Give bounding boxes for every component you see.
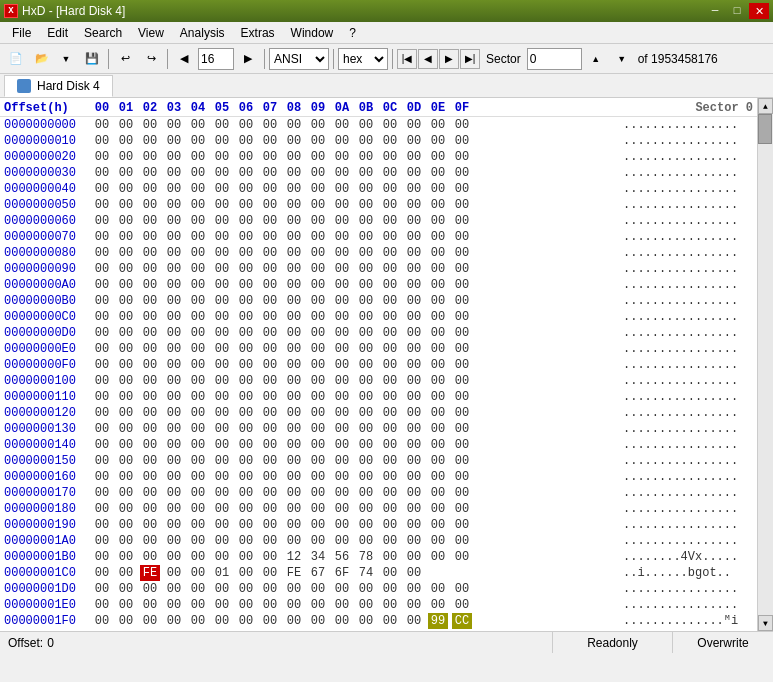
- hex-cell[interactable]: 00: [212, 501, 232, 517]
- hex-cell[interactable]: 00: [452, 117, 472, 133]
- table-row[interactable]: 0000000150000000000000000000000000000000…: [0, 453, 757, 469]
- hex-cell[interactable]: 00: [332, 325, 352, 341]
- hex-cell[interactable]: 00: [332, 357, 352, 373]
- hex-cell[interactable]: 00: [260, 213, 280, 229]
- hex-cell[interactable]: 00: [308, 421, 328, 437]
- hex-cell[interactable]: 00: [116, 133, 136, 149]
- hex-cell[interactable]: 00: [260, 357, 280, 373]
- hex-cell[interactable]: 00: [188, 581, 208, 597]
- hex-cell[interactable]: 00: [380, 549, 400, 565]
- hex-cell[interactable]: 00: [428, 213, 448, 229]
- hex-cell[interactable]: 00: [212, 197, 232, 213]
- hex-cell[interactable]: 00: [236, 197, 256, 213]
- table-row[interactable]: 0000000020000000000000000000000000000000…: [0, 149, 757, 165]
- table-row[interactable]: 00000000D0000000000000000000000000000000…: [0, 325, 757, 341]
- hex-cell[interactable]: 00: [404, 181, 424, 197]
- table-row[interactable]: 00000001C00000FE0000010000FE676F740000..…: [0, 565, 757, 581]
- hex-cell[interactable]: 00: [332, 533, 352, 549]
- hex-cell[interactable]: 00: [308, 469, 328, 485]
- hex-cell[interactable]: 00: [164, 293, 184, 309]
- nav-prev-button[interactable]: ◀: [418, 49, 438, 69]
- hex-cell[interactable]: 00: [332, 501, 352, 517]
- hex-cell[interactable]: 00: [260, 453, 280, 469]
- hex-cell[interactable]: 00: [260, 485, 280, 501]
- hex-cell[interactable]: 00: [308, 261, 328, 277]
- hex-cell[interactable]: 00: [380, 437, 400, 453]
- hex-cell[interactable]: 00: [188, 485, 208, 501]
- hex-cell[interactable]: 00: [212, 357, 232, 373]
- hex-cell[interactable]: 00: [140, 549, 160, 565]
- hex-cell[interactable]: 00: [188, 613, 208, 629]
- hex-cell[interactable]: 00: [188, 597, 208, 613]
- hex-cell[interactable]: 00: [212, 533, 232, 549]
- hex-cell[interactable]: 00: [164, 245, 184, 261]
- hex-cell[interactable]: 00: [332, 453, 352, 469]
- hex-cell[interactable]: 00: [452, 213, 472, 229]
- hex-cell[interactable]: 00: [188, 133, 208, 149]
- hex-cell[interactable]: 00: [380, 309, 400, 325]
- hex-cell[interactable]: 00: [260, 437, 280, 453]
- menu-edit[interactable]: Edit: [39, 24, 76, 42]
- hex-cell[interactable]: 00: [212, 293, 232, 309]
- hex-cell[interactable]: 00: [140, 293, 160, 309]
- hex-cell[interactable]: 00: [404, 581, 424, 597]
- hex-cell[interactable]: 00: [380, 581, 400, 597]
- hex-cell[interactable]: 00: [428, 229, 448, 245]
- minimize-button[interactable]: ─: [705, 3, 725, 19]
- hex-cell[interactable]: 00: [116, 437, 136, 453]
- scroll-up-button[interactable]: ▲: [758, 98, 773, 114]
- hex-cell[interactable]: 00: [308, 341, 328, 357]
- hex-cell[interactable]: 00: [116, 309, 136, 325]
- encoding-select[interactable]: ANSI: [269, 48, 329, 70]
- hex-cell[interactable]: 00: [356, 149, 376, 165]
- hex-cell[interactable]: 00: [212, 549, 232, 565]
- hex-cell[interactable]: 00: [92, 469, 112, 485]
- hex-cell[interactable]: 00: [308, 325, 328, 341]
- hex-cell[interactable]: 00: [332, 165, 352, 181]
- hex-cell[interactable]: 00: [140, 373, 160, 389]
- hex-cell[interactable]: 00: [92, 389, 112, 405]
- hex-cell[interactable]: 00: [92, 197, 112, 213]
- hex-cell[interactable]: 00: [404, 277, 424, 293]
- hex-cell[interactable]: 00: [404, 501, 424, 517]
- hex-cell[interactable]: 00: [428, 549, 448, 565]
- hex-cell[interactable]: 00: [140, 501, 160, 517]
- hex-cell[interactable]: 00: [92, 165, 112, 181]
- hex-cell[interactable]: 00: [284, 405, 304, 421]
- hex-cell[interactable]: 00: [212, 485, 232, 501]
- hex-cell[interactable]: 00: [212, 181, 232, 197]
- hex-cell[interactable]: 00: [428, 597, 448, 613]
- hex-cell[interactable]: 00: [380, 229, 400, 245]
- hex-cell[interactable]: 00: [92, 213, 112, 229]
- hex-cell[interactable]: 00: [428, 165, 448, 181]
- hex-cell[interactable]: 00: [380, 453, 400, 469]
- hex-cell[interactable]: 00: [356, 533, 376, 549]
- hex-cell[interactable]: 00: [428, 261, 448, 277]
- hex-cell[interactable]: 00: [164, 165, 184, 181]
- hex-cell[interactable]: 00: [452, 501, 472, 517]
- hex-cell[interactable]: 00: [404, 117, 424, 133]
- hex-cell[interactable]: 00: [428, 485, 448, 501]
- hex-cell[interactable]: 00: [380, 277, 400, 293]
- hex-cell[interactable]: 00: [236, 533, 256, 549]
- hex-cell[interactable]: 00: [164, 197, 184, 213]
- hex-cell[interactable]: 00: [308, 357, 328, 373]
- hex-cell[interactable]: 00: [404, 421, 424, 437]
- hex-cell[interactable]: 00: [260, 293, 280, 309]
- open-dropdown[interactable]: ▼: [54, 47, 78, 71]
- hex-cell[interactable]: 00: [260, 261, 280, 277]
- hex-cell[interactable]: 00: [260, 501, 280, 517]
- scroll-thumb[interactable]: [758, 114, 772, 144]
- hex-cell[interactable]: 00: [236, 389, 256, 405]
- hex-cell[interactable]: 00: [284, 293, 304, 309]
- hex-cell[interactable]: 00: [212, 325, 232, 341]
- hex-cell[interactable]: 00: [260, 325, 280, 341]
- hex-cell[interactable]: 00: [332, 469, 352, 485]
- hex-cell[interactable]: 00: [284, 421, 304, 437]
- hex-cell[interactable]: 00: [92, 293, 112, 309]
- hex-cell[interactable]: 00: [332, 245, 352, 261]
- hex-cell[interactable]: 00: [356, 181, 376, 197]
- hex-cell[interactable]: 00: [260, 469, 280, 485]
- hex-cell[interactable]: 00: [356, 357, 376, 373]
- hex-cell[interactable]: 00: [452, 293, 472, 309]
